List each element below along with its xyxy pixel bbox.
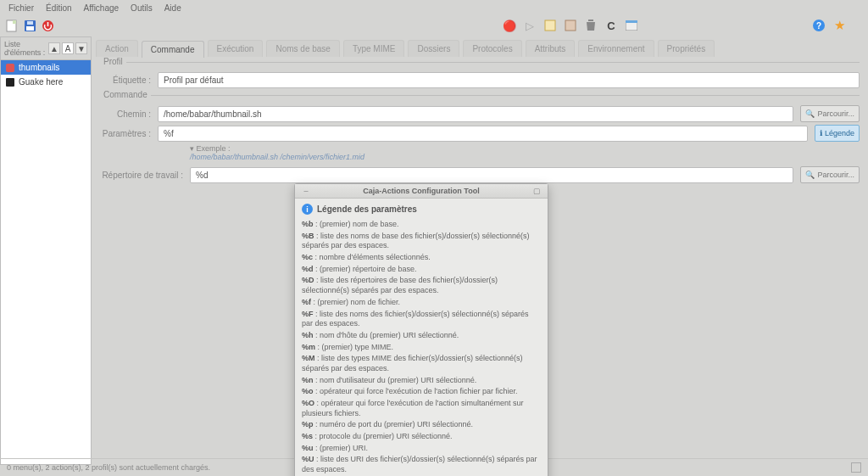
- tab-execution[interactable]: Exécution: [208, 40, 264, 57]
- svg-rect-1: [13, 20, 16, 24]
- star-icon[interactable]: ★: [832, 18, 847, 33]
- help-icon[interactable]: ?: [811, 18, 826, 33]
- menu-tools[interactable]: Outils: [131, 3, 153, 13]
- sidebar-title: Liste d'éléments :: [4, 40, 47, 57]
- dialog-title: Caja-Actions Configuration Tool: [312, 187, 531, 195]
- legend-row: %D : liste des répertoires de base des f…: [302, 276, 541, 295]
- quit-icon[interactable]: [40, 18, 55, 33]
- example-value: /home/babar/thumbnail.sh /chemin/vers/fi…: [190, 153, 364, 161]
- status-indicator: [851, 462, 861, 473]
- toolbar: 🔴 ▷ C ? ★: [0, 16, 868, 36]
- tabs: Action Commande Exécution Noms de base T…: [92, 36, 868, 57]
- tab-basenames[interactable]: Noms de base: [266, 40, 339, 57]
- tab-folders[interactable]: Dossiers: [408, 40, 459, 57]
- list-item-label: thumbnails: [19, 63, 59, 72]
- legend-row: %c : nombre d'éléments sélectionnés.: [302, 253, 541, 263]
- status-text: 0 menu(s), 2 action(s), 2 profil(s) sont…: [7, 463, 210, 472]
- sidebar-up-icon[interactable]: ▲: [48, 42, 60, 54]
- legend-row: %M : liste des types MIME des fichier(s)…: [302, 354, 541, 373]
- fieldset-commande: Commande Chemin : /home/babar/thumbnail.…: [100, 95, 860, 183]
- legend-row: %u : (premier) URI.: [302, 444, 541, 454]
- record-icon[interactable]: 🔴: [502, 18, 517, 33]
- legend-row: %f : (premier) nom de fichier.: [302, 298, 541, 308]
- sidebar-down-icon[interactable]: ▼: [75, 42, 87, 54]
- svg-text:?: ?: [816, 21, 821, 31]
- legend-row: %p : numéro de port du (premier) URI sél…: [302, 420, 541, 430]
- input-path[interactable]: /home/babar/thumbnail.sh: [158, 106, 793, 122]
- tab-mime[interactable]: Type MIME: [343, 40, 405, 57]
- tab-attributes[interactable]: Attributs: [526, 40, 576, 57]
- legend-list: %b : (premier) nom de base.%B : liste de…: [302, 220, 541, 476]
- legend-row: %m : (premier) type MIME.: [302, 343, 541, 353]
- legend-row: %s : protocole du (premier) URI sélectio…: [302, 432, 541, 442]
- info-icon: ℹ: [820, 129, 822, 137]
- play-icon[interactable]: ▷: [522, 18, 537, 33]
- legend-row: %h : nom d'hôte du (premier) URI sélecti…: [302, 331, 541, 341]
- copy-icon[interactable]: [563, 18, 578, 33]
- legend-profil: Profil: [100, 57, 126, 66]
- tab-action[interactable]: Action: [96, 40, 138, 57]
- menu-help[interactable]: Aide: [164, 3, 181, 13]
- tab-protocols[interactable]: Protocoles: [463, 40, 521, 57]
- menu-view[interactable]: Affichage: [84, 3, 120, 13]
- legend-commande: Commande: [100, 90, 151, 99]
- sidebar: Liste d'éléments : ▲ A ▼ thumbnails Guak…: [0, 36, 92, 465]
- info-icon: i: [302, 204, 313, 215]
- menu-file[interactable]: Fichier: [8, 3, 34, 13]
- input-workdir[interactable]: %d: [190, 167, 793, 183]
- menubar: Fichier Édition Affichage Outils Aide: [0, 0, 868, 16]
- label-etiquette: Étiquette :: [100, 76, 151, 85]
- browse-path-button[interactable]: 🔍 Parcourir...: [800, 105, 860, 122]
- list-item-label: Guake here: [19, 77, 63, 87]
- sidebar-sort-icon[interactable]: A: [62, 42, 74, 54]
- svg-rect-7: [545, 20, 555, 31]
- legend-dialog: – Caja-Actions Configuration Tool ▢ i Lé…: [294, 183, 548, 476]
- svg-rect-4: [27, 21, 33, 25]
- terminal-icon: [6, 78, 14, 87]
- legend-row: %b : (premier) nom de base.: [302, 220, 541, 230]
- doc-new-icon[interactable]: [4, 18, 19, 33]
- legend-row: %U : liste des URI des fichier(s)/dossie…: [302, 455, 541, 474]
- input-params[interactable]: %f: [158, 126, 808, 142]
- svg-rect-9: [588, 20, 593, 21]
- svg-rect-6: [47, 22, 48, 26]
- search-icon: 🔍: [805, 109, 815, 118]
- svg-rect-8: [565, 20, 576, 31]
- label-path: Chemin :: [100, 109, 151, 119]
- refresh-icon[interactable]: C: [604, 18, 619, 33]
- legend-row: %F : liste des noms des fichier(s)/dossi…: [302, 310, 541, 329]
- example-label: Exemple :: [197, 144, 231, 153]
- list-item-guake[interactable]: Guake here: [1, 75, 91, 89]
- input-etiquette[interactable]: Profil par défaut: [158, 72, 860, 88]
- legend-row: %o : opérateur qui force l'exécution de …: [302, 387, 541, 397]
- tab-properties[interactable]: Propriétés: [658, 40, 715, 57]
- legend-row: %d : (premier) répertoire de base.: [302, 265, 541, 275]
- legend-row: %B : liste des noms de base des fichier(…: [302, 232, 541, 251]
- legend-button[interactable]: ℹ Légende: [815, 125, 860, 142]
- browse-workdir-button[interactable]: 🔍 Parcourir...: [800, 166, 860, 183]
- save-icon[interactable]: [22, 18, 37, 33]
- tab-commande[interactable]: Commande: [142, 41, 204, 58]
- dialog-heading: Légende des paramètres: [317, 204, 417, 214]
- legend-row: %n : nom d'utilisateur du (premier) URI …: [302, 376, 541, 386]
- fieldset-profil: Profil Étiquette : Profil par défaut: [100, 62, 860, 88]
- label-workdir: Répertoire de travail :: [100, 171, 183, 180]
- cut-icon[interactable]: [542, 18, 558, 33]
- search-icon: 🔍: [805, 171, 815, 179]
- action-icon: [6, 64, 14, 72]
- svg-rect-11: [626, 20, 637, 23]
- delete-icon[interactable]: [583, 18, 598, 33]
- dialog-minimize-icon[interactable]: –: [300, 187, 312, 195]
- tab-environment[interactable]: Environnement: [578, 40, 654, 57]
- label-params: Paramètres :: [100, 129, 151, 138]
- example-toggle-icon[interactable]: ▾: [190, 144, 194, 153]
- svg-rect-3: [26, 26, 34, 31]
- list-item-thumbnails[interactable]: thumbnails: [1, 60, 91, 75]
- dialog-maximize-icon[interactable]: ▢: [531, 187, 542, 195]
- window-icon[interactable]: [624, 18, 639, 33]
- menu-edit[interactable]: Édition: [46, 3, 72, 13]
- legend-row: %O : opérateur qui force l'exécution de …: [302, 399, 541, 418]
